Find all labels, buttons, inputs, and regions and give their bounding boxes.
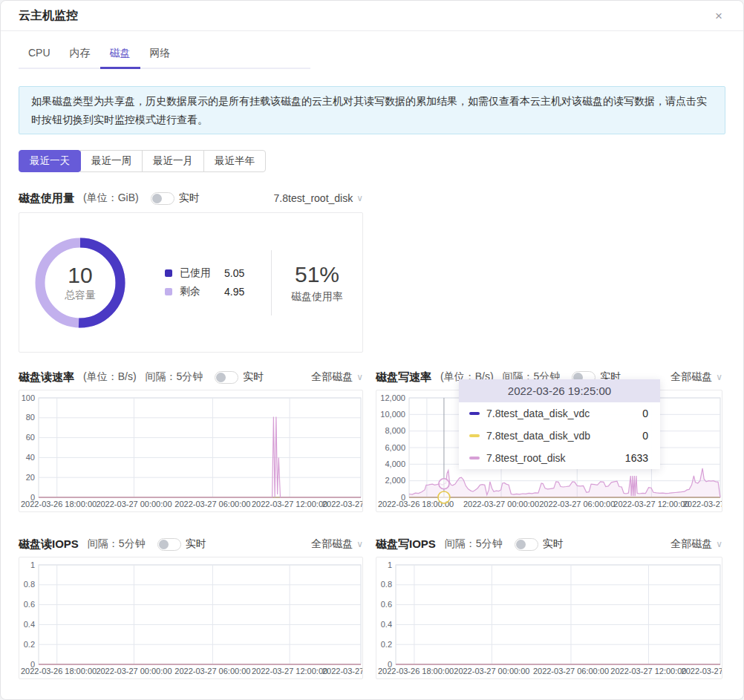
chevron-down-icon: ∨ bbox=[356, 372, 363, 382]
tooltip-row: 7.8test_data_disk_vdc0 bbox=[459, 402, 660, 425]
realtime-toggle[interactable] bbox=[151, 192, 174, 205]
time-range-最近一周[interactable]: 最近一周 bbox=[80, 150, 143, 172]
svg-text:80: 80 bbox=[26, 413, 35, 422]
svg-text:10,000: 10,000 bbox=[380, 410, 405, 419]
usage-percent-block: 51% 磁盘使用率 bbox=[272, 262, 362, 304]
close-icon[interactable]: × bbox=[712, 7, 725, 25]
svg-text:0.8: 0.8 bbox=[381, 580, 392, 589]
series-marker bbox=[469, 434, 480, 437]
realtime-toggle[interactable] bbox=[215, 371, 238, 384]
svg-text:0.4: 0.4 bbox=[381, 620, 392, 629]
time-range-group: 最近一天最近一周最近一月最近半年 bbox=[19, 150, 743, 172]
realtime-toggle[interactable] bbox=[515, 538, 538, 551]
disk-selector[interactable]: 全部磁盘 ∨ bbox=[311, 370, 363, 384]
svg-text:2,000: 2,000 bbox=[385, 476, 405, 485]
series-marker bbox=[469, 412, 480, 415]
write-iops-header: 磁盘写IOPS 间隔：5分钟 实时 全部磁盘 ∨ bbox=[376, 536, 722, 552]
svg-text:4,000: 4,000 bbox=[385, 459, 405, 468]
usage-legend: 已使用 5.05 剩余 4.95 bbox=[165, 261, 244, 304]
tooltip-row: 7.8test_root_disk1633 bbox=[459, 447, 660, 469]
time-range-最近一月[interactable]: 最近一月 bbox=[142, 150, 204, 172]
write-iops-chart-card: 00.20.40.60.812022-03-26 18:00:002022-03… bbox=[376, 557, 722, 679]
tab-磁盘[interactable]: 磁盘 bbox=[100, 47, 140, 69]
realtime-toggle[interactable] bbox=[157, 538, 181, 551]
dialog-header: 云主机监控 × bbox=[1, 1, 743, 31]
svg-text:2022-03-26 18:00:00: 2022-03-26 18:00:00 bbox=[21, 500, 97, 508]
disk-usage-title: 磁盘使用量 bbox=[19, 192, 74, 206]
svg-text:60: 60 bbox=[26, 433, 35, 442]
svg-text:0.6: 0.6 bbox=[381, 600, 392, 609]
dialog-title: 云主机监控 bbox=[19, 8, 78, 24]
svg-text:40: 40 bbox=[26, 453, 35, 462]
usage-percent-label: 磁盘使用率 bbox=[272, 290, 362, 304]
read-iops-header: 磁盘读IOPS 间隔：5分钟 实时 全部磁盘 ∨ bbox=[19, 536, 363, 552]
time-range-最近半年[interactable]: 最近半年 bbox=[203, 150, 266, 172]
svg-text:2022-03-27 12:00:00: 2022-03-27 12:00:00 bbox=[252, 500, 327, 508]
read-rate-chart: 0204060801002022-03-26 18:00:002022-03-2… bbox=[19, 390, 362, 511]
svg-text:20: 20 bbox=[26, 473, 35, 482]
disk-usage-unit: (单位：GiB) bbox=[83, 192, 139, 205]
svg-text:2022-03-27 12:00:00: 2022-03-27 12:00:00 bbox=[610, 667, 686, 676]
disk-usage-header: 磁盘使用量 (单位：GiB) 实时 7.8test_root_disk ∨ bbox=[19, 190, 363, 206]
svg-text:2022-03-27 06:00:00: 2022-03-27 06:00:00 bbox=[174, 667, 250, 676]
usage-percent-value: 51% bbox=[272, 262, 362, 287]
svg-text:0.2: 0.2 bbox=[381, 640, 392, 649]
free-marker bbox=[165, 288, 172, 295]
read-iops-chart-card: 00.20.40.60.812022-03-26 18:00:002022-03… bbox=[19, 557, 363, 679]
svg-text:100: 100 bbox=[22, 393, 35, 402]
tab-网络[interactable]: 网络 bbox=[140, 47, 180, 69]
tooltip-timestamp: 2022-03-26 19:25:00 bbox=[459, 379, 660, 402]
tab-内存[interactable]: 内存 bbox=[60, 47, 100, 69]
used-marker bbox=[165, 269, 172, 277]
disk-selector[interactable]: 7.8test_root_disk ∨ bbox=[274, 192, 363, 204]
svg-text:6,000: 6,000 bbox=[385, 443, 405, 452]
svg-text:0.4: 0.4 bbox=[24, 620, 35, 629]
shared-disk-info-banner: 如果磁盘类型为共享盘，历史数据展示的是所有挂载该磁盘的云主机对其读写数据的累加结… bbox=[19, 86, 725, 134]
svg-text:2022-03-27 12:00:00: 2022-03-27 12:00:00 bbox=[252, 667, 327, 676]
tab-CPU[interactable]: CPU bbox=[19, 47, 60, 69]
chevron-down-icon: ∨ bbox=[356, 193, 363, 203]
svg-text:0.8: 0.8 bbox=[24, 580, 35, 589]
toggle-knob bbox=[152, 194, 162, 203]
svg-text:2022-03-27 00:00:00: 2022-03-27 00:00:00 bbox=[454, 667, 529, 676]
svg-text:2022-03-26 18:00:00: 2022-03-26 18:00:00 bbox=[21, 667, 97, 676]
legend-used-row: 已使用 5.05 bbox=[165, 266, 244, 280]
svg-text:2022-03-27 00:00:00: 2022-03-27 00:00:00 bbox=[96, 667, 172, 676]
disk-usage-card: 10 总容量 已使用 5.05 剩余 4.95 bbox=[19, 212, 363, 353]
svg-text:2022-03-27 00:00:00: 2022-03-27 00:00:00 bbox=[463, 500, 539, 508]
svg-text:0.6: 0.6 bbox=[24, 600, 35, 609]
svg-text:2022-03-27 06:00:00: 2022-03-27 06:00:00 bbox=[174, 500, 250, 508]
svg-text:1: 1 bbox=[30, 560, 35, 569]
svg-text:2022-03-27 1: 2022-03-27 1 bbox=[322, 667, 362, 676]
svg-text:2022-03-27 1: 2022-03-27 1 bbox=[322, 500, 362, 508]
donut-total-label: 总容量 bbox=[65, 289, 96, 302]
realtime-label: 实时 bbox=[179, 192, 200, 205]
svg-text:12,000: 12,000 bbox=[380, 393, 405, 402]
disk-selector[interactable]: 全部磁盘 ∨ bbox=[670, 537, 722, 551]
tooltip-row: 7.8test_data_disk_vdb0 bbox=[459, 425, 660, 447]
monitor-tabs: CPU内存磁盘网络 bbox=[19, 47, 310, 69]
chevron-down-icon: ∨ bbox=[356, 539, 363, 549]
donut-total-value: 10 bbox=[68, 263, 92, 287]
read-rate-chart-card: 0204060801002022-03-26 18:00:002022-03-2… bbox=[19, 390, 363, 512]
chevron-down-icon: ∨ bbox=[716, 539, 722, 549]
cloud-host-monitor-dialog: 云主机监控 × CPU内存磁盘网络 如果磁盘类型为共享盘，历史数据展示的是所有挂… bbox=[0, 0, 744, 700]
svg-text:2022-03-27 1: 2022-03-27 1 bbox=[682, 667, 722, 676]
series-marker bbox=[469, 457, 480, 459]
svg-text:1: 1 bbox=[388, 560, 392, 569]
svg-text:8,000: 8,000 bbox=[385, 426, 405, 435]
svg-text:2022-03-27 1: 2022-03-27 1 bbox=[683, 500, 722, 508]
time-range-最近一天[interactable]: 最近一天 bbox=[19, 150, 81, 172]
chevron-down-icon: ∨ bbox=[716, 372, 722, 382]
disk-selector[interactable]: 全部磁盘 ∨ bbox=[311, 537, 363, 551]
legend-free-row: 剩余 4.95 bbox=[165, 285, 244, 298]
svg-text:2022-03-27 00:00:00: 2022-03-27 00:00:00 bbox=[96, 500, 172, 508]
svg-text:2022-03-26 18:00:00: 2022-03-26 18:00:00 bbox=[378, 667, 454, 676]
svg-text:0.2: 0.2 bbox=[24, 640, 35, 649]
disk-usage-donut: 10 总容量 bbox=[31, 234, 129, 332]
svg-text:2022-03-27 06:00:00: 2022-03-27 06:00:00 bbox=[533, 667, 609, 676]
disk-selector[interactable]: 全部磁盘 ∨ bbox=[670, 370, 722, 384]
write-iops-chart: 00.20.40.60.812022-03-26 18:00:002022-03… bbox=[376, 557, 722, 678]
chart-tooltip: 2022-03-26 19:25:00 7.8test_data_disk_vd… bbox=[459, 379, 660, 469]
read-iops-chart: 00.20.40.60.812022-03-26 18:00:002022-03… bbox=[19, 557, 362, 678]
